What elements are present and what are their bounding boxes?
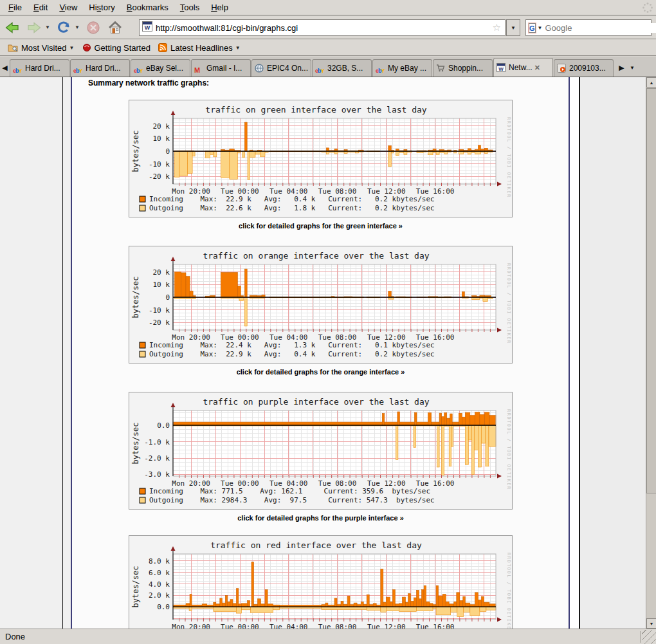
bookmark-most-visited[interactable]: Most Visited ▼	[4, 42, 78, 54]
vertical-scrollbar[interactable]: ▲ ▼	[646, 77, 656, 629]
svg-text:0: 0	[165, 147, 170, 156]
tab-label: eBay Sel...	[146, 64, 183, 73]
getting-started-icon	[82, 43, 91, 52]
bookmark-getting-started[interactable]: Getting Started	[78, 42, 154, 54]
bookmark-latest-headlines[interactable]: Latest Headlines ▼	[154, 42, 244, 54]
svg-text:Outgoing Max: 22.9 k Avg: Outgoing Max: 22.9 k Avg: 0.4 k Current:…	[149, 350, 435, 358]
tab-4[interactable]: EPIC4 On...	[251, 59, 311, 77]
svg-text:bytes/sec: bytes/sec	[131, 566, 140, 607]
browser-window: FileEditViewHistoryBookmarksToolsHelp ▼	[0, 0, 656, 644]
svg-text:Mon 20:00: Mon 20:00	[172, 623, 210, 629]
throbber-icon	[642, 2, 653, 14]
chevron-down-icon: ▼	[235, 45, 241, 51]
media-icon	[557, 64, 566, 73]
svg-text:W: W	[498, 66, 504, 71]
svg-text:20 k: 20 k	[153, 268, 170, 277]
svg-text:-1.0 k: -1.0 k	[144, 438, 170, 446]
scrollbar-thumb[interactable]	[646, 88, 656, 493]
smoothwall-favicon: W	[142, 21, 152, 34]
svg-text:-20 k: -20 k	[149, 318, 170, 327]
tab-close-icon[interactable]: ✕	[534, 64, 540, 72]
url-bar[interactable]: W ☆	[139, 19, 506, 36]
svg-text:Tue 16:00: Tue 16:00	[416, 623, 455, 629]
tab-2[interactable]: ebYeBay Sel...	[131, 59, 190, 77]
page-right-margin	[580, 77, 646, 629]
bookmark-star-icon[interactable]: ☆	[493, 22, 501, 33]
search-input[interactable]	[545, 23, 656, 33]
url-input[interactable]	[156, 23, 493, 33]
svg-text:traffic on purple interface ov: traffic on purple interface over the las…	[203, 397, 429, 407]
forward-button[interactable]	[24, 18, 44, 37]
rrd-graph-purple[interactable]: traffic on purple interface over the las…	[129, 392, 513, 510]
ebay-icon: ebY	[376, 68, 385, 74]
search-engine-dropdown[interactable]: ▼	[538, 25, 543, 31]
search-bar[interactable]: G ▼	[525, 19, 651, 36]
tab-bar: ◀ ebYHard Dri...ebYHard Dri...ebYeBay Se…	[0, 57, 656, 77]
tab-0[interactable]: ebYHard Dri...	[10, 59, 69, 77]
ebay-icon: ebY	[315, 68, 324, 74]
stop-button[interactable]	[84, 18, 103, 37]
tab-3[interactable]: MGmail - I...	[191, 59, 251, 77]
menu-help[interactable]: Help	[205, 1, 234, 14]
url-history-dropdown[interactable]: ▼	[506, 19, 520, 36]
menu-edit[interactable]: Edit	[28, 1, 53, 14]
bookmark-label: Latest Headlines	[170, 43, 233, 53]
ebay-icon: ebY	[73, 68, 82, 74]
scroll-down-button[interactable]: ▼	[646, 618, 656, 629]
tab-6[interactable]: ebYMy eBay ...	[372, 59, 432, 77]
rrd-graph-red[interactable]: traffic on red interface over the last d…	[129, 535, 513, 629]
menu-file[interactable]: File	[3, 1, 28, 14]
svg-text:Outgoing Max: 22.6 k Avg: Outgoing Max: 22.6 k Avg: 1.8 k Current:…	[149, 204, 435, 212]
svg-text:-20 k: -20 k	[149, 172, 170, 181]
resize-grip[interactable]	[642, 630, 656, 644]
svg-text:Tue 08:00: Tue 08:00	[318, 623, 357, 629]
svg-text:traffic on red interface over: traffic on red interface over the last d…	[210, 540, 422, 550]
back-button[interactable]	[3, 18, 22, 37]
home-button[interactable]	[105, 18, 125, 37]
menubar-items: FileEditViewHistoryBookmarksToolsHelp	[3, 1, 234, 14]
tab-7[interactable]: Shoppin...	[433, 59, 493, 77]
tab-8-active[interactable]: WNetw...✕	[493, 58, 553, 77]
tab-label: Hard Dri...	[25, 64, 60, 73]
content-gap-right	[570, 77, 579, 629]
svg-text:-2.0 k: -2.0 k	[144, 454, 170, 463]
menu-tools[interactable]: Tools	[174, 1, 205, 14]
ebay-icon: ebY	[134, 68, 143, 74]
tab-5[interactable]: ebY32GB, S...	[312, 59, 372, 77]
svg-text:0.0: 0.0	[157, 421, 170, 430]
svg-text:bytes/sec: bytes/sec	[131, 276, 140, 318]
page-title: Summary network traffic graphs:	[88, 78, 209, 87]
svg-text:0.0: 0.0	[157, 603, 170, 611]
svg-text:RRDTOOL / TOBI OETIKER: RRDTOOL / TOBI OETIKER	[506, 409, 511, 490]
gmail-icon: M	[194, 66, 200, 74]
tab-label: 2009103...	[569, 64, 606, 73]
tab-1[interactable]: ebYHard Dri...	[70, 59, 130, 77]
svg-text:Incoming Max: 771.5 Avg:: Incoming Max: 771.5 Avg: 162.1 Current: …	[149, 487, 430, 495]
reload-dropdown[interactable]: ▼	[73, 24, 81, 30]
tab-scroll-right-button[interactable]: ▶	[617, 59, 626, 77]
tab-list-dropdown[interactable]: ▼	[626, 59, 638, 77]
svg-text:RRDTOOL / TOBI OETIKER: RRDTOOL / TOBI OETIKER	[506, 553, 511, 629]
tab-9[interactable]: 2009103...	[554, 59, 614, 77]
rrd-graph-orange[interactable]: traffic on orange interface over the las…	[129, 246, 513, 363]
tab-scroll-left-button[interactable]: ◀	[0, 59, 10, 77]
orange-detail-link[interactable]: click for detailed graphs for the orange…	[129, 368, 513, 376]
svg-text:20 k: 20 k	[153, 122, 170, 131]
svg-text:RRDTOOL / TOBI OETIKER: RRDTOOL / TOBI OETIKER	[506, 117, 511, 198]
tab-label: 32GB, S...	[327, 64, 363, 73]
purple-detail-link[interactable]: click for detailed graphs for the purple…	[129, 514, 513, 522]
svg-text:-10 k: -10 k	[149, 160, 170, 169]
svg-text:6.0 k: 6.0 k	[149, 569, 170, 577]
cart-icon	[436, 64, 445, 73]
menu-history[interactable]: History	[83, 1, 120, 14]
green-detail-link[interactable]: click for detailed graphs for the green …	[129, 222, 513, 230]
reload-button[interactable]	[54, 18, 73, 37]
tab-label: EPIC4 On...	[267, 64, 308, 73]
status-text: Done	[5, 632, 640, 641]
menu-bookmarks[interactable]: Bookmarks	[121, 1, 174, 14]
rrd-graph-green[interactable]: traffic on green interface over the last…	[129, 100, 513, 217]
menu-view[interactable]: View	[53, 1, 83, 14]
back-history-dropdown[interactable]: ▼	[44, 24, 51, 30]
scroll-up-button[interactable]: ▲	[646, 77, 656, 87]
reload-icon	[56, 20, 71, 35]
